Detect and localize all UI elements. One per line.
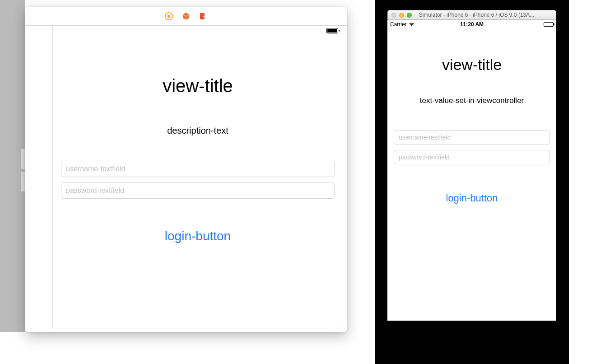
simulator-titlebar[interactable]: Simulator - iPhone 6 - iPhone 6 / iOS 9.… <box>387 10 556 20</box>
description-label[interactable]: description-text <box>61 126 335 136</box>
ib-toolbar <box>25 7 347 26</box>
ib-status-bar <box>53 26 343 35</box>
interface-builder-window: view-title description-text login-button <box>25 7 347 332</box>
view-title-label: view-title <box>394 56 550 74</box>
login-button[interactable]: login-button <box>446 192 498 204</box>
window-minimize-button[interactable] <box>399 13 404 18</box>
fields-group <box>61 161 335 204</box>
username-textfield[interactable] <box>61 161 335 177</box>
window-close-button[interactable] <box>391 13 396 18</box>
svg-rect-1 <box>168 15 170 18</box>
ios-status-bar: Carrier 11:20 AM <box>387 20 556 29</box>
battery-icon <box>326 28 338 33</box>
stop-icon[interactable] <box>165 12 173 20</box>
login-view: view-title description-text login-button <box>53 35 343 243</box>
cube-icon[interactable] <box>182 12 190 20</box>
simulator-screen: Carrier 11:20 AM view-title text-value-s… <box>387 20 556 321</box>
exit-icon[interactable] <box>199 12 207 20</box>
battery-icon <box>544 22 554 27</box>
window-zoom-button[interactable] <box>407 13 412 18</box>
description-label: text-value-set-in-viewcontroller <box>394 96 550 105</box>
username-textfield[interactable] <box>394 130 550 145</box>
ib-canvas[interactable]: view-title description-text login-button <box>52 26 343 328</box>
view-title-label[interactable]: view-title <box>61 76 335 96</box>
fields-group <box>394 130 550 170</box>
password-textfield[interactable] <box>61 182 335 199</box>
password-textfield[interactable] <box>394 150 550 164</box>
simulator-window-title: Simulator - iPhone 6 - iPhone 6 / iOS 9.… <box>415 12 556 18</box>
simulator-frame: Simulator - iPhone 6 - iPhone 6 / iOS 9.… <box>375 0 569 364</box>
login-view: view-title text-value-set-in-viewcontrol… <box>387 29 556 204</box>
carrier-label: Carrier <box>390 21 407 28</box>
login-button[interactable]: login-button <box>165 229 231 243</box>
wifi-icon <box>409 22 414 27</box>
